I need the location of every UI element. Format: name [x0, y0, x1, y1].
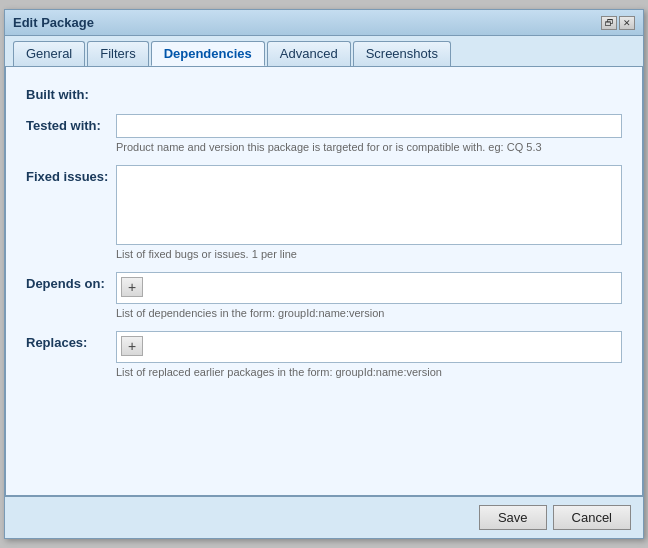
tested-with-label: Tested with: [26, 114, 116, 133]
restore-button[interactable]: 🗗 [601, 16, 617, 30]
close-button[interactable]: ✕ [619, 16, 635, 30]
depends-on-field: + List of dependencies in the form: grou… [116, 272, 622, 319]
replaces-field: + List of replaced earlier packages in t… [116, 331, 622, 378]
titlebar-buttons: 🗗 ✕ [601, 16, 635, 30]
tab-filters[interactable]: Filters [87, 41, 148, 66]
fixed-issues-textarea[interactable] [116, 165, 622, 245]
depends-on-container: + [116, 272, 622, 304]
built-with-label: Built with: [26, 83, 116, 102]
replaces-hint: List of replaced earlier packages in the… [116, 366, 622, 378]
fixed-issues-label: Fixed issues: [26, 165, 116, 184]
tab-screenshots[interactable]: Screenshots [353, 41, 451, 66]
footer: Save Cancel [5, 496, 643, 538]
fixed-issues-field: List of fixed bugs or issues. 1 per line [116, 165, 622, 260]
replaces-label: Replaces: [26, 331, 116, 350]
tested-with-hint: Product name and version this package is… [116, 141, 622, 153]
built-with-row: Built with: [26, 83, 622, 102]
tab-dependencies[interactable]: Dependencies [151, 41, 265, 66]
fixed-issues-row: Fixed issues: List of fixed bugs or issu… [26, 165, 622, 260]
tested-with-row: Tested with: Product name and version th… [26, 114, 622, 153]
depends-on-row: Depends on: + List of dependencies in th… [26, 272, 622, 319]
depends-on-add-button[interactable]: + [121, 277, 143, 297]
tab-general[interactable]: General [13, 41, 85, 66]
replaces-add-button[interactable]: + [121, 336, 143, 356]
fixed-issues-hint: List of fixed bugs or issues. 1 per line [116, 248, 622, 260]
depends-on-label: Depends on: [26, 272, 116, 291]
tested-with-field: Product name and version this package is… [116, 114, 622, 153]
built-with-field [116, 83, 622, 87]
titlebar: Edit Package 🗗 ✕ [5, 10, 643, 36]
replaces-row: Replaces: + List of replaced earlier pac… [26, 331, 622, 378]
edit-package-window: Edit Package 🗗 ✕ General Filters Depende… [4, 9, 644, 539]
replaces-container: + [116, 331, 622, 363]
save-button[interactable]: Save [479, 505, 547, 530]
built-with-value [116, 83, 622, 87]
depends-on-hint: List of dependencies in the form: groupI… [116, 307, 622, 319]
cancel-button[interactable]: Cancel [553, 505, 631, 530]
window-title: Edit Package [13, 15, 94, 30]
tested-with-input[interactable] [116, 114, 622, 138]
tab-advanced[interactable]: Advanced [267, 41, 351, 66]
tabs-bar: General Filters Dependencies Advanced Sc… [5, 36, 643, 67]
content-area: Built with: Tested with: Product name an… [5, 67, 643, 496]
